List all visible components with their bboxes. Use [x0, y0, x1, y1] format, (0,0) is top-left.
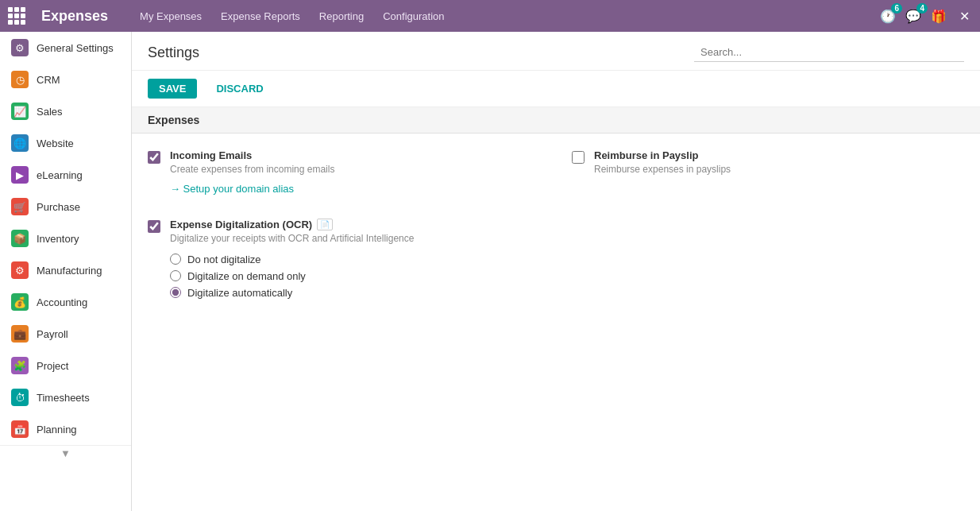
clock-badge: 6: [891, 3, 902, 14]
topbar-nav: My Expenses Expense Reports Reporting Co…: [132, 6, 864, 27]
sidebar-item-project[interactable]: 🧩 Project: [0, 350, 131, 381]
sidebar-item-general-settings[interactable]: ⚙ General Settings: [0, 32, 131, 64]
accounting-icon: 💰: [11, 293, 29, 311]
on-demand-label: Digitalize on demand only: [187, 270, 306, 282]
no-digitalize-radio[interactable]: [170, 254, 181, 265]
expense-digitalization-checkbox[interactable]: [148, 220, 160, 233]
crm-icon: ◷: [11, 71, 29, 88]
setting-reimburse-payslip: Reimburse in Payslip Reimburse expenses …: [572, 149, 964, 195]
settings-content: Expenses Incoming Emails Create expenses…: [132, 107, 980, 339]
radio-automatically[interactable]: Digitalize automatically: [170, 287, 414, 299]
setting-incoming-emails: Incoming Emails Create expenses from inc…: [148, 149, 540, 195]
sidebar-label-crm: CRM: [37, 74, 60, 86]
digitalization-radio-group: Do not digitalize Digitalize on demand o…: [170, 254, 414, 299]
discard-button[interactable]: DISCARD: [205, 79, 274, 99]
sidebar-label-sales: Sales: [37, 106, 63, 118]
manufacturing-icon: ⚙: [11, 261, 29, 279]
sidebar-label-inventory: Inventory: [37, 233, 79, 245]
section-body-expenses: Incoming Emails Create expenses from inc…: [132, 134, 980, 339]
topbar: Expenses My Expenses Expense Reports Rep…: [0, 0, 980, 32]
no-digitalize-label: Do not digitalize: [187, 254, 261, 265]
nav-configuration[interactable]: Configuration: [375, 6, 452, 27]
sidebar-label-planning: Planning: [37, 424, 77, 436]
sidebar-label-manufacturing: Manufacturing: [37, 265, 102, 277]
automatically-radio[interactable]: [170, 287, 181, 298]
general-settings-icon: ⚙: [11, 39, 29, 56]
radio-on-demand[interactable]: Digitalize on demand only: [170, 270, 414, 282]
gift-icon[interactable]: 🎁: [931, 8, 947, 24]
sidebar-label-website: Website: [37, 137, 74, 149]
sidebar-item-accounting[interactable]: 💰 Accounting: [0, 286, 131, 318]
incoming-emails-check[interactable]: [148, 151, 160, 195]
sidebar-item-timesheets[interactable]: ⏱ Timesheets: [0, 381, 131, 413]
reimburse-payslip-desc: Reimburse expenses in payslips: [594, 163, 731, 176]
nav-my-expenses[interactable]: My Expenses: [132, 6, 210, 27]
sidebar-item-crm[interactable]: ◷ CRM: [0, 64, 131, 95]
clock-activity-icon[interactable]: 🕐 6: [880, 8, 896, 24]
website-icon: 🌐: [11, 134, 29, 152]
search-input[interactable]: [694, 43, 964, 62]
setting-expense-digitalization: Expense Digitalization (OCR) 📄 Digitaliz…: [148, 219, 964, 299]
project-icon: 🧩: [11, 357, 29, 374]
app-brand: Expenses: [41, 8, 108, 25]
sidebar-item-manufacturing[interactable]: ⚙ Manufacturing: [0, 254, 131, 286]
sidebar-item-planning[interactable]: 📅 Planning: [0, 413, 131, 445]
incoming-emails-desc: Create expenses from incoming emails: [170, 163, 334, 176]
expense-digitalization-desc: Digitalize your receipts with OCR and Ar…: [170, 232, 414, 246]
sales-icon: 📈: [11, 103, 29, 120]
sidebar-label-accounting: Accounting: [37, 296, 87, 308]
planning-icon: 📅: [11, 420, 29, 438]
section-header-expenses: Expenses: [132, 107, 980, 134]
sidebar: ⚙ General Settings ◷ CRM 📈 Sales 🌐 Websi…: [0, 32, 132, 511]
elearning-icon: ▶: [11, 166, 29, 184]
sidebar-label-project: Project: [37, 360, 68, 372]
timesheets-icon: ⏱: [11, 389, 29, 406]
sidebar-item-payroll[interactable]: 💼 Payroll: [0, 318, 131, 350]
app-layout: ⚙ General Settings ◷ CRM 📈 Sales 🌐 Websi…: [0, 32, 980, 511]
settings-header: Settings: [132, 32, 980, 71]
nav-expense-reports[interactable]: Expense Reports: [213, 6, 308, 27]
reimburse-payslip-label: Reimburse in Payslip: [594, 149, 731, 161]
sidebar-label-purchase: Purchase: [37, 201, 80, 213]
incoming-emails-label: Incoming Emails: [170, 149, 334, 161]
inventory-icon: 📦: [11, 230, 29, 247]
on-demand-radio[interactable]: [170, 270, 181, 281]
sidebar-label-payroll: Payroll: [37, 328, 68, 340]
expense-digitalization-label: Expense Digitalization (OCR) 📄: [170, 219, 414, 230]
sidebar-item-website[interactable]: 🌐 Website: [0, 127, 131, 159]
sidebar-label-general-settings: General Settings: [37, 42, 114, 54]
nav-reporting[interactable]: Reporting: [311, 6, 372, 27]
expense-digitalization-check[interactable]: [148, 220, 160, 299]
chat-badge: 4: [916, 3, 928, 14]
sidebar-item-purchase[interactable]: 🛒 Purchase: [0, 191, 131, 223]
radio-no-digitalize[interactable]: Do not digitalize: [170, 254, 414, 265]
main-content: Settings SAVE DISCARD Expenses: [132, 32, 980, 511]
page-title: Settings: [148, 45, 199, 61]
sidebar-label-timesheets: Timesheets: [37, 392, 90, 404]
topbar-right: 🕐 6 💬 4 🎁 ✕: [880, 8, 972, 24]
save-button[interactable]: SAVE: [148, 79, 197, 99]
sidebar-scroll-down[interactable]: ▼: [0, 445, 131, 461]
setup-domain-alias-link[interactable]: → Setup your domain alias: [170, 183, 294, 195]
incoming-emails-checkbox[interactable]: [148, 151, 160, 164]
close-icon[interactable]: ✕: [956, 8, 972, 24]
sidebar-item-inventory[interactable]: 📦 Inventory: [0, 223, 131, 254]
automatically-label: Digitalize automatically: [187, 287, 292, 299]
sidebar-label-elearning: eLearning: [37, 169, 83, 181]
action-bar: SAVE DISCARD: [132, 71, 980, 107]
purchase-icon: 🛒: [11, 198, 29, 215]
chat-icon[interactable]: 💬 4: [905, 8, 921, 24]
settings-row-2: Expense Digitalization (OCR) 📄 Digitaliz…: [148, 219, 964, 299]
apps-menu-icon[interactable]: [8, 7, 25, 25]
ocr-icon: 📄: [317, 219, 333, 230]
reimburse-payslip-check[interactable]: [572, 151, 585, 195]
payroll-icon: 💼: [11, 325, 29, 343]
settings-row-1: Incoming Emails Create expenses from inc…: [148, 149, 964, 195]
reimburse-payslip-checkbox[interactable]: [572, 151, 585, 164]
sidebar-item-elearning[interactable]: ▶ eLearning: [0, 159, 131, 191]
sidebar-item-sales[interactable]: 📈 Sales: [0, 95, 131, 127]
